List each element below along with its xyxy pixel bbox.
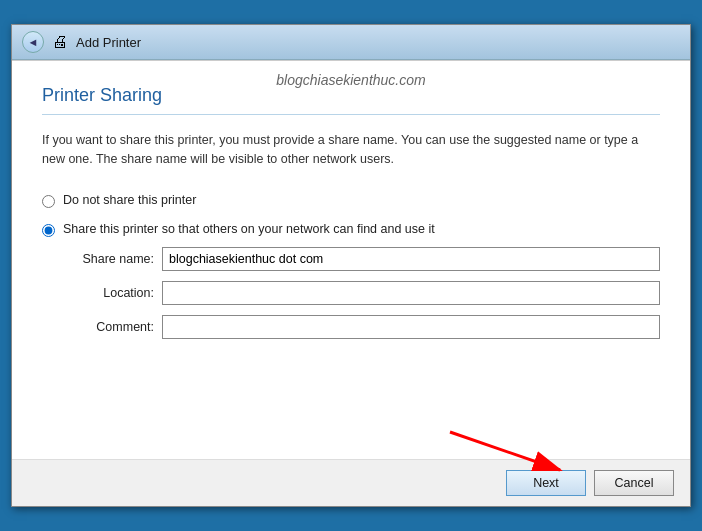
location-label: Location: [64,286,154,300]
share-label: Share this printer so that others on you… [63,222,435,236]
title-bar: ◄ 🖨 Add Printer [12,25,690,60]
share-fields: Share name: Location: Comment: [64,247,660,339]
footer: Next Cancel [12,460,690,506]
section-title: Printer Sharing [42,85,660,115]
share-name-label: Share name: [64,252,154,266]
location-row: Location: [64,281,660,305]
main-content: Printer Sharing If you want to share thi… [12,60,690,460]
radio-group: Do not share this printer Share this pri… [42,193,660,339]
no-share-option[interactable]: Do not share this printer [42,193,660,208]
watermark: blogchiasekienthuc.com [276,72,425,88]
no-share-label: Do not share this printer [63,193,196,207]
no-share-radio[interactable] [42,195,55,208]
add-printer-window: ◄ 🖨 Add Printer blogchiasekienthuc.com P… [11,24,691,507]
description: If you want to share this printer, you m… [42,131,660,169]
location-input[interactable] [162,281,660,305]
comment-label: Comment: [64,320,154,334]
next-button[interactable]: Next [506,470,586,496]
share-radio[interactable] [42,224,55,237]
window-title: Add Printer [76,35,680,50]
printer-icon: 🖨 [52,33,68,51]
comment-input[interactable] [162,315,660,339]
share-name-input[interactable] [162,247,660,271]
share-name-row: Share name: [64,247,660,271]
comment-row: Comment: [64,315,660,339]
cancel-button[interactable]: Cancel [594,470,674,496]
back-button[interactable]: ◄ [22,31,44,53]
share-option[interactable]: Share this printer so that others on you… [42,222,660,237]
